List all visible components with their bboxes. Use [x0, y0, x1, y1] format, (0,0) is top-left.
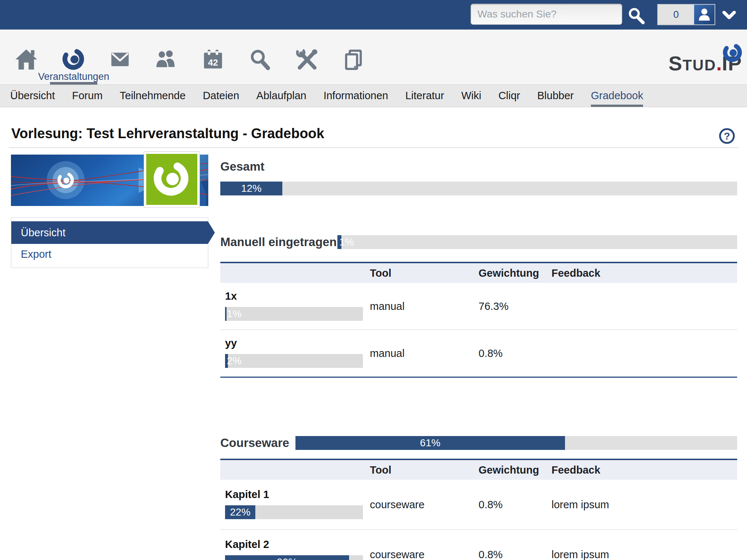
table-row: yy 2% manual 0.8%	[220, 330, 737, 378]
col-header-feedback: Feedback	[551, 464, 737, 476]
tab-uebersicht[interactable]: Übersicht	[10, 85, 55, 107]
entry-progress-label: 22%	[230, 506, 251, 518]
tab-ablaufplan[interactable]: Ablaufplan	[256, 85, 306, 107]
toolbar-active-label[interactable]: Veranstaltungen	[1, 71, 147, 82]
course-avatar-spiral-icon	[150, 158, 194, 201]
tab-blubber[interactable]: Blubber	[537, 85, 574, 107]
table-row: Kapitel 1 22% courseware 0.8% lorem ipsu…	[220, 480, 737, 530]
overall-heading: Gesamt	[220, 160, 737, 173]
entry-progress-label: 90%	[277, 556, 297, 560]
course-tabbar: Übersicht Forum Teilnehmende Dateien Abl…	[0, 85, 747, 107]
chevron-down-icon[interactable]	[722, 11, 736, 20]
courseware-progress-label: 61%	[420, 437, 440, 449]
courseware-heading: Courseware	[220, 437, 289, 449]
table-header-row: Tool Gewichtung Feedback	[220, 262, 737, 283]
entry-feedback: lorem ipsum	[551, 499, 737, 511]
notification-count-badge: 0	[658, 5, 694, 24]
top-bar: 0	[0, 0, 747, 30]
mail-icon[interactable]	[107, 47, 133, 72]
entry-name: yy	[225, 337, 370, 349]
table-row: Kapitel 2 90% courseware 0.8% lorem ipsu…	[220, 530, 737, 560]
logo-text: S	[669, 51, 682, 75]
entry-name: Kapitel 1	[225, 489, 370, 501]
search-input[interactable]	[471, 4, 622, 25]
manual-progress-label: 1%	[339, 236, 354, 248]
search-icon[interactable]	[627, 7, 646, 25]
entry-tool: courseware	[370, 549, 479, 560]
entry-tool: manual	[370, 347, 479, 359]
manual-section: Manuell eingetragen 1% Tool Gewichtung F…	[220, 235, 737, 378]
sidebar-menu: Übersicht Export	[11, 217, 208, 268]
overall-progress-label: 12%	[241, 183, 262, 194]
entry-progressbar: 22%	[225, 505, 363, 519]
table-row: 1x 1% manual 76.3%	[220, 283, 737, 330]
tab-informationen[interactable]: Informationen	[324, 85, 388, 107]
col-header-tool: Tool	[370, 464, 479, 476]
person-icon	[697, 7, 712, 22]
entry-weight: 0.8%	[479, 499, 551, 511]
entry-tool: courseware	[370, 499, 479, 511]
entry-weight: 0.8%	[479, 549, 551, 560]
logo-spiral-icon	[721, 41, 744, 65]
wiki-icon[interactable]	[341, 47, 366, 72]
entry-progress-label: 2%	[227, 355, 241, 367]
page-title: Vorlesung: Test Lehrveranstaltung - Grad…	[11, 126, 324, 141]
tab-gradebook[interactable]: Gradebook	[591, 85, 643, 107]
community-icon[interactable]	[153, 47, 178, 72]
col-header-gewichtung: Gewichtung	[479, 267, 551, 279]
courses-icon[interactable]	[61, 47, 86, 72]
overall-progressbar: 12%	[220, 182, 737, 195]
studip-logo: STUD.IP	[669, 51, 742, 75]
help-icon[interactable]: ?	[719, 128, 735, 144]
entry-progressbar: 2%	[225, 354, 363, 368]
toolbar-active-underline	[50, 82, 97, 85]
entry-weight: 76.3%	[479, 300, 551, 312]
entry-progressbar: 1%	[225, 307, 363, 321]
overall-section: Gesamt 12%	[220, 160, 737, 195]
user-widget[interactable]: 0	[657, 4, 715, 25]
col-header-tool: Tool	[370, 267, 479, 279]
main-toolbar: 42 Veranstaltungen	[0, 30, 747, 85]
tab-teilnehmende[interactable]: Teilnehmende	[120, 85, 186, 107]
home-icon[interactable]	[13, 47, 39, 72]
sidebar-item-export[interactable]: Export	[11, 244, 208, 264]
tab-forum[interactable]: Forum	[72, 85, 103, 107]
entry-name: Kapitel 2	[225, 538, 370, 551]
logo-text: TUD	[682, 57, 716, 74]
manual-table: Tool Gewichtung Feedback 1x 1% manual	[220, 262, 737, 378]
entry-progress-label: 1%	[227, 308, 241, 320]
col-header-gewichtung: Gewichtung	[479, 464, 551, 476]
courseware-section: Courseware 61% Tool Gewichtung Feedback …	[220, 436, 737, 560]
tab-literatur[interactable]: Literatur	[405, 85, 444, 107]
courseware-table: Tool Gewichtung Feedback Kapitel 1 22% c…	[220, 459, 737, 560]
entry-tool: manual	[370, 300, 479, 312]
schedule-icon[interactable]: 42	[200, 47, 226, 72]
col-header-feedback: Feedback	[551, 267, 737, 279]
table-header-row: Tool Gewichtung Feedback	[220, 459, 737, 480]
course-avatar	[144, 152, 200, 207]
tab-dateien[interactable]: Dateien	[203, 85, 239, 107]
entry-name: 1x	[225, 290, 370, 302]
entry-feedback: lorem ipsum	[551, 549, 737, 560]
entry-progressbar: 90%	[225, 555, 363, 560]
title-divider	[9, 147, 738, 148]
tab-cliqr[interactable]: Cliqr	[498, 85, 520, 107]
manual-progressbar: 1%	[337, 235, 737, 249]
tools-icon[interactable]	[294, 47, 320, 72]
studip-page: 0	[0, 0, 747, 560]
sidebar-item-uebersicht[interactable]: Übersicht	[11, 221, 208, 244]
svg-text:?: ?	[724, 131, 730, 142]
avatar[interactable]	[694, 5, 715, 24]
svg-text:42: 42	[208, 58, 218, 67]
courseware-progressbar: 61%	[295, 436, 737, 450]
toolbar-search-icon[interactable]	[247, 47, 272, 72]
tab-wiki[interactable]: Wiki	[461, 85, 481, 107]
manual-heading: Manuell eingetragen	[220, 236, 337, 248]
entry-weight: 0.8%	[479, 347, 551, 359]
